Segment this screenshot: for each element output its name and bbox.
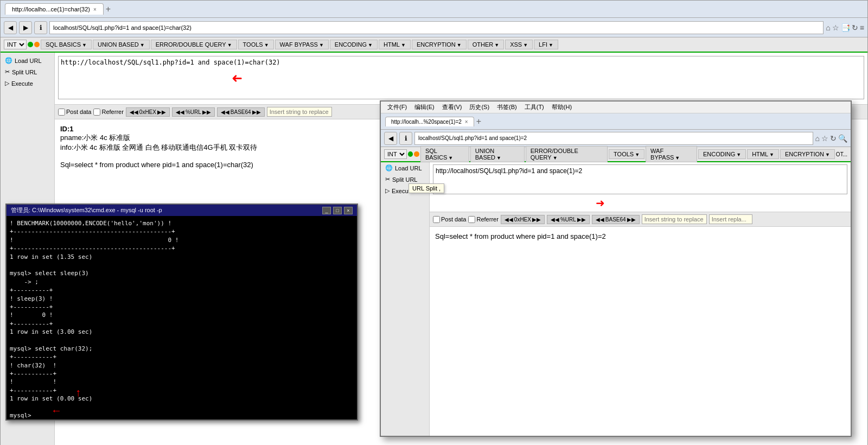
tab-close-1[interactable]: ×: [93, 7, 97, 12]
menu-edit[interactable]: 编辑(E): [411, 102, 438, 112]
green-dot-2: [408, 151, 413, 157]
tab-close-2[interactable]: ×: [465, 119, 468, 125]
base64-decode-btn-2[interactable]: ◀◀ BASE64 ▶▶: [592, 215, 640, 224]
url-decode-btn-1[interactable]: ◀◀ %URL ▶▶: [172, 107, 215, 117]
error-double-btn-1[interactable]: ERROR/DOUBLE QUERY: [151, 40, 237, 49]
insert-string-field-2[interactable]: [642, 214, 707, 224]
left-arrow-hex-1: ◀◀: [130, 109, 138, 115]
encoding-btn-1[interactable]: ENCODING: [330, 40, 378, 49]
execute-btn-1[interactable]: ▷ Execute: [1, 78, 54, 89]
home-icon-1[interactable]: ⌂: [826, 23, 830, 32]
lock-icon-2: ℹ: [405, 135, 407, 142]
bookmark-icon-1[interactable]: 📑: [841, 23, 850, 32]
right-arrow-hex-1: ▶▶: [157, 109, 166, 115]
new-tab-button-2[interactable]: +: [476, 117, 481, 126]
referrer-checkbox-1[interactable]: Referrer: [93, 109, 123, 116]
info-button-1[interactable]: ℹ: [34, 21, 47, 34]
url-value-2: http://localhost/SQL/sql1.php?id=1 and s…: [433, 164, 847, 194]
post-data-checkbox-2[interactable]: Post data: [433, 216, 466, 223]
address-bar-2[interactable]: [414, 132, 813, 145]
post-data-checkbox-1[interactable]: Post data: [58, 109, 91, 116]
back-button-2[interactable]: ◀: [384, 132, 397, 145]
reload-icon-1[interactable]: ↻: [852, 23, 858, 32]
menubar-2: 文件(F) 编辑(E) 查看(V) 历史(S) 书签(B) 工具(T) 帮助(H…: [381, 101, 851, 113]
base64-decode-btn-1[interactable]: ◀◀ BASE64 ▶▶: [217, 107, 265, 117]
load-url-btn-1[interactable]: 🌐 Load URL: [1, 55, 54, 66]
menu-history[interactable]: 历史(S): [466, 102, 493, 112]
star-icon-1[interactable]: ☆: [832, 23, 839, 32]
split-url-btn-1[interactable]: ✂ Split URL: [1, 66, 54, 78]
forward-button-1[interactable]: ▶: [19, 21, 32, 34]
cmd-body: ! BENCHMARK(10000000,ENCODE('hello','mon…: [7, 216, 357, 419]
int-dropdown-1[interactable]: INT: [4, 40, 27, 49]
menu-view[interactable]: 查看(V): [439, 102, 465, 112]
toolbar-icons-2: ⌂ ☆ ↻ 🔍: [815, 134, 847, 143]
load-url-btn-2[interactable]: 🌐 Load URL: [381, 162, 429, 174]
left-arrow-b64-1: ◀◀: [221, 109, 229, 115]
lfi-btn-1[interactable]: LFI: [534, 40, 558, 49]
waf-bypass-btn-2[interactable]: WAF BYPASS: [646, 146, 697, 162]
home-icon-2[interactable]: ⌂: [815, 134, 820, 143]
post-data-input-2[interactable]: [433, 216, 440, 223]
address-bar-1[interactable]: [49, 21, 824, 34]
load-url-icon-2: 🌐: [385, 164, 393, 171]
encryption-btn-2[interactable]: ENCRYPTION: [780, 149, 835, 159]
menu-help[interactable]: 帮助(H): [548, 102, 575, 112]
menu-file[interactable]: 文件(F): [384, 102, 410, 112]
hex-decode-btn-2[interactable]: ◀◀ 0xHEX ▶▶: [501, 215, 545, 224]
url-label-1: %URL: [186, 109, 201, 115]
browser-window-2: 文件(F) 编辑(E) 查看(V) 历史(S) 书签(B) 工具(T) 帮助(H…: [380, 100, 852, 437]
browser-tab-1[interactable]: http://localho...ce(1)=char(32) ×: [5, 3, 104, 15]
xss-btn-1[interactable]: XSS: [505, 40, 533, 49]
cmd-red-arrow-up: ↑: [75, 387, 354, 399]
cmd-minimize-btn[interactable]: _: [322, 207, 331, 214]
bottom-toolbar-2: Post data Referrer ◀◀ 0xHEX ▶▶ ◀◀ %URL ▶…: [430, 212, 851, 227]
encryption-btn-1[interactable]: ENCRYPTION: [412, 40, 467, 49]
split-url-label-2: Split URL: [392, 176, 417, 183]
url-textarea-1[interactable]: http://localhost/SQL/sql1.php?id=1 and s…: [58, 56, 864, 99]
split-url-icon-1: ✂: [5, 68, 10, 75]
tools-btn-1[interactable]: TOOLS: [238, 40, 274, 49]
info-button-2[interactable]: ℹ: [399, 132, 412, 145]
html-btn-1[interactable]: HTML: [379, 40, 411, 49]
union-based-btn-2[interactable]: UNION BASED: [470, 146, 525, 162]
referrer-input-2[interactable]: [468, 216, 475, 223]
browser-tab-2[interactable]: http://localh...%20space(1)=2 ×: [385, 117, 474, 126]
error-double-btn-2[interactable]: ERROR/DOUBLE QUERY: [526, 146, 608, 162]
sql-basics-btn-2[interactable]: SQL BASICS: [420, 146, 469, 162]
new-tab-button-1[interactable]: +: [106, 4, 111, 14]
menu-icon-1[interactable]: ≡: [860, 23, 864, 32]
sql-basics-btn-1[interactable]: SQL BASICS: [41, 40, 92, 49]
back-button-1[interactable]: ◀: [4, 21, 17, 34]
union-based-btn-1[interactable]: UNION BASED: [93, 40, 150, 49]
orange-dot-1: [34, 42, 40, 47]
html-btn-2[interactable]: HTML: [747, 149, 779, 159]
insert-string-field-1[interactable]: [267, 107, 332, 117]
menu-bookmarks[interactable]: 书签(B): [494, 102, 520, 112]
cmd-close-btn[interactable]: ×: [344, 207, 353, 214]
cmd-maximize-btn[interactable]: □: [333, 207, 342, 214]
back-icon-1: ◀: [8, 24, 13, 31]
back-icon-2: ◀: [388, 135, 393, 142]
insert-replace-field-2[interactable]: [709, 214, 752, 224]
sqli-toolbar-2: INT SQL BASICS UNION BASED ERROR/DOUBLE …: [381, 147, 851, 162]
int-dropdown-2[interactable]: INT: [384, 149, 407, 159]
orange-dot-2: [414, 151, 419, 157]
star-icon-2[interactable]: ☆: [821, 134, 828, 143]
encoding-btn-2[interactable]: ENCODING: [698, 149, 746, 159]
load-url-icon-1: 🌐: [5, 57, 12, 64]
right-arrow-url-1: ▶▶: [202, 109, 211, 115]
tools-btn-2[interactable]: TOOLS: [609, 149, 644, 159]
search-icon-2[interactable]: 🔍: [838, 134, 847, 143]
url-decode-btn-2[interactable]: ◀◀ %URL ▶▶: [547, 215, 590, 224]
hex-decode-btn-1[interactable]: ◀◀ 0xHEX ▶▶: [126, 107, 170, 117]
other-btn-1[interactable]: OTHER: [468, 40, 504, 49]
referrer-input-1[interactable]: [93, 109, 100, 116]
post-data-input-1[interactable]: [58, 109, 65, 116]
main-area-2: http://localhost/SQL/sql1.php?id=1 and s…: [430, 162, 851, 436]
referrer-checkbox-2[interactable]: Referrer: [468, 216, 498, 223]
referrer-label-1: Referrer: [101, 109, 123, 115]
menu-tools[interactable]: 工具(T): [521, 102, 547, 112]
waf-bypass-btn-1[interactable]: WAF BYPASS: [275, 40, 329, 49]
reload-icon-2[interactable]: ↻: [830, 134, 837, 143]
